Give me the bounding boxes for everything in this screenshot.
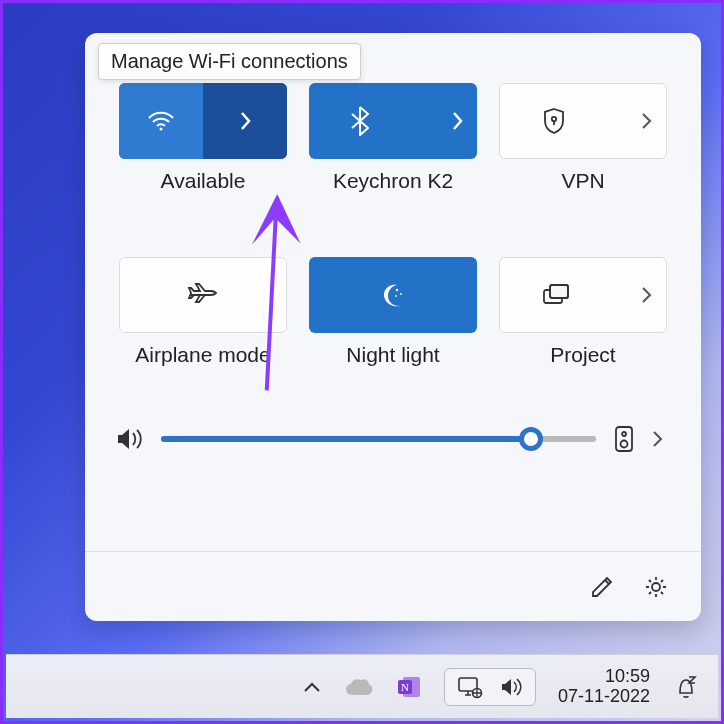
system-tray: N 10:59 07-11-2022 [302,655,718,718]
svg-rect-6 [550,285,568,298]
focus-assist-button[interactable] [672,673,700,701]
bluetooth-label: Keychron K2 [333,169,453,193]
screenshot-frame: Available Keychron K2 [0,0,724,724]
quick-settings-panel: Available Keychron K2 [85,33,701,621]
bluetooth-icon [351,106,369,136]
night-light-label: Night light [346,343,439,367]
onedrive-tray-icon[interactable] [344,677,374,697]
pencil-icon [589,574,615,600]
taskbar-clock[interactable]: 10:59 07-11-2022 [558,667,650,707]
airplane-icon [187,281,219,309]
volume-slider[interactable] [161,436,596,442]
night-light-tile[interactable] [309,257,477,333]
speaker-icon [499,676,523,698]
clock-date: 07-11-2022 [558,687,650,707]
svg-point-9 [622,432,626,436]
network-volume-group[interactable] [444,668,536,706]
vpn-expand-button[interactable] [641,112,652,130]
volume-row [85,425,701,453]
volume-fill [161,436,531,442]
svg-point-3 [400,293,402,295]
svg-point-4 [395,295,397,297]
clock-time: 10:59 [558,667,650,687]
gear-icon [643,574,669,600]
chevron-right-icon [239,111,251,131]
wifi-icon [147,110,175,132]
chevron-right-icon [451,111,463,131]
wifi-tile[interactable] [119,83,287,159]
airplane-tile[interactable] [119,257,287,333]
speaker-icon[interactable] [115,426,143,452]
chevron-right-icon [641,112,652,130]
bluetooth-expand-button[interactable] [451,111,463,131]
chevron-up-icon [302,680,322,694]
project-label: Project [550,343,615,367]
monitor-network-icon [457,675,483,699]
wifi-expand-button[interactable] [203,83,287,159]
tile-grid: Available Keychron K2 [85,33,701,367]
chevron-right-icon [641,286,652,304]
wifi-label: Available [161,169,246,193]
project-icon [542,283,572,307]
chevron-right-icon [652,430,663,448]
svg-point-2 [396,289,398,291]
airplane-label: Airplane mode [135,343,270,367]
svg-text:N: N [401,681,409,693]
shield-icon [542,107,566,135]
svg-point-1 [552,117,556,121]
project-tile[interactable] [499,257,667,333]
vpn-tile[interactable] [499,83,667,159]
settings-button[interactable] [643,574,669,600]
moon-icon [380,282,406,308]
svg-point-10 [621,441,628,448]
volume-thumb[interactable] [519,427,543,451]
project-expand-button[interactable] [641,286,652,304]
wifi-tooltip: Manage Wi-Fi connections [98,43,361,80]
tray-overflow-button[interactable] [302,680,322,694]
audio-expand-button[interactable] [652,430,663,448]
edit-button[interactable] [589,574,615,600]
vpn-label: VPN [561,169,604,193]
panel-footer [85,551,701,621]
audio-output-button[interactable] [614,425,634,453]
taskbar: N 10:59 07-11-2022 [6,654,718,718]
svg-point-11 [652,583,660,591]
cloud-icon [344,677,374,697]
bell-snooze-icon [672,673,700,701]
svg-point-0 [160,128,163,131]
wifi-toggle[interactable] [119,83,203,159]
onenote-tray-icon[interactable]: N [396,674,422,700]
onenote-icon: N [396,674,422,700]
bluetooth-tile[interactable] [309,83,477,159]
